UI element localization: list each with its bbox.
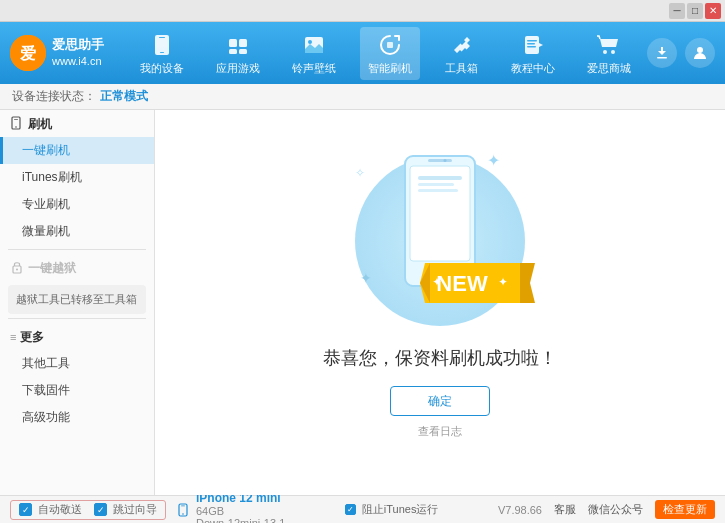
- nav-label-wallpaper: 铃声壁纸: [292, 61, 336, 76]
- more-section-label: 更多: [20, 329, 44, 346]
- bottom-checkboxes: ✓ 自动敬送 ✓ 跳过向导: [10, 500, 166, 520]
- sparkle-3: ✦: [360, 270, 372, 286]
- auto-connect-label: 自动敬送: [38, 502, 82, 517]
- customer-service-link[interactable]: 客服: [554, 502, 576, 517]
- sidebar-item-advanced[interactable]: 高级功能: [0, 404, 154, 431]
- app-nav-icon: [224, 31, 252, 59]
- svg-rect-11: [387, 42, 393, 48]
- svg-point-16: [603, 50, 607, 54]
- wechat-link[interactable]: 微信公众号: [588, 502, 643, 517]
- user-button[interactable]: [685, 38, 715, 68]
- nav-my-device[interactable]: 我的设备: [132, 27, 192, 80]
- nav-store[interactable]: 爱思商城: [579, 27, 639, 80]
- flash-section-icon: [10, 116, 24, 133]
- bottom-right: V7.98.66 客服 微信公众号 检查更新: [498, 500, 715, 519]
- svg-text:爱: 爱: [20, 44, 36, 62]
- nav-tools[interactable]: 工具箱: [437, 27, 487, 80]
- svg-rect-8: [239, 49, 247, 54]
- status-bar: 设备连接状态： 正常模式: [0, 84, 725, 110]
- confirm-button[interactable]: 确定: [390, 386, 490, 416]
- svg-text:NEW: NEW: [436, 271, 488, 296]
- sparkle-2: ✧: [355, 166, 365, 180]
- nav-wallpaper[interactable]: 铃声壁纸: [284, 27, 344, 80]
- content-area: NEW ✦ ✦ ✦ ✧ ✦ 恭喜您，保资料刷机成功啦！ 确定 查看日志: [155, 110, 725, 495]
- sidebar-item-other-tools[interactable]: 其他工具: [0, 350, 154, 377]
- flash-section-label: 刷机: [28, 116, 52, 133]
- sidebar-item-micro-flash[interactable]: 微量刷机: [0, 218, 154, 245]
- sidebar-jailbreak-note: 越狱工具已转移至工具箱: [8, 285, 146, 314]
- svg-rect-12: [525, 36, 539, 54]
- svg-rect-7: [229, 49, 237, 54]
- nav-smart-flash[interactable]: 智能刷机: [360, 27, 420, 80]
- skip-wizard-check-icon: ✓: [94, 503, 107, 516]
- sidebar-item-pro-flash[interactable]: 专业刷机: [0, 191, 154, 218]
- bottom-left: ✓ 自动敬送 ✓ 跳过向导 iPhone 12 mini 64GB Down-1…: [10, 491, 285, 524]
- bottom-bar: ✓ 自动敬送 ✓ 跳过向导 iPhone 12 mini 64GB Down-1…: [0, 495, 725, 523]
- check-update-button[interactable]: 检查更新: [655, 500, 715, 519]
- logo-text: 爱思助手 www.i4.cn: [52, 37, 104, 68]
- history-link[interactable]: 查看日志: [418, 424, 462, 439]
- svg-point-38: [182, 513, 184, 515]
- skip-wizard-checkbox[interactable]: ✓ 跳过向导: [94, 502, 157, 517]
- svg-rect-6: [239, 39, 247, 47]
- sparkle-1: ✦: [487, 151, 500, 170]
- svg-rect-3: [159, 37, 165, 38]
- sidebar-divider-2: [8, 318, 146, 319]
- nav-label-tutorials: 教程中心: [511, 61, 555, 76]
- svg-rect-21: [14, 119, 18, 120]
- sidebar-item-download-firmware[interactable]: 下载固件: [0, 377, 154, 404]
- logo-icon: 爱: [10, 35, 46, 71]
- svg-rect-5: [229, 39, 237, 47]
- more-section-icon: ≡: [10, 331, 16, 343]
- nav-tutorials[interactable]: 教程中心: [503, 27, 563, 80]
- svg-text:✦: ✦: [432, 275, 442, 289]
- itunes-check-icon: ✓: [345, 504, 356, 515]
- nav-label-store: 爱思商城: [587, 61, 631, 76]
- status-label: 设备连接状态：: [12, 88, 96, 105]
- auto-connect-checkbox[interactable]: ✓ 自动敬送: [19, 502, 82, 517]
- svg-rect-31: [428, 159, 452, 162]
- nav-label-apps: 应用游戏: [216, 61, 260, 76]
- svg-rect-26: [410, 166, 470, 261]
- svg-rect-37: [181, 505, 185, 506]
- logo[interactable]: 爱 爱思助手 www.i4.cn: [10, 35, 104, 71]
- phone-nav-icon: [148, 31, 176, 59]
- svg-point-22: [15, 126, 17, 128]
- smart-nav-icon: [376, 31, 404, 59]
- svg-rect-29: [418, 189, 458, 192]
- phone-container: NEW ✦ ✦ ✦ ✧ ✦: [350, 146, 530, 336]
- success-title: 恭喜您，保资料刷机成功啦！: [323, 346, 557, 370]
- sidebar: 刷机 一键刷机 iTunes刷机 专业刷机 微量刷机 一键越狱 越狱工具已转移至…: [0, 110, 155, 495]
- svg-point-19: [697, 47, 703, 53]
- svg-rect-15: [527, 46, 536, 48]
- header-right: [647, 38, 715, 68]
- wallpaper-nav-icon: [300, 31, 328, 59]
- version-text: V7.98.66: [498, 504, 542, 516]
- sidebar-section-more: ≡ 更多: [0, 323, 154, 350]
- sidebar-divider-1: [8, 249, 146, 250]
- svg-point-10: [308, 40, 312, 44]
- auto-connect-check-icon: ✓: [19, 503, 32, 516]
- main-layout: 刷机 一键刷机 iTunes刷机 专业刷机 微量刷机 一键越狱 越狱工具已转移至…: [0, 110, 725, 495]
- svg-rect-18: [657, 57, 667, 59]
- close-button[interactable]: ✕: [705, 3, 721, 19]
- svg-text:✦: ✦: [498, 275, 508, 289]
- nav-apps[interactable]: 应用游戏: [208, 27, 268, 80]
- svg-rect-14: [527, 43, 535, 45]
- svg-rect-27: [418, 176, 462, 180]
- bottom-device: iPhone 12 mini 64GB Down-12mini-13,1: [176, 491, 285, 524]
- nav-label-smart-flash: 智能刷机: [368, 61, 412, 76]
- maximize-button[interactable]: □: [687, 3, 703, 19]
- minimize-button[interactable]: ─: [669, 3, 685, 19]
- download-button[interactable]: [647, 38, 677, 68]
- nav-items: 我的设备 应用游戏 铃声壁纸: [124, 27, 647, 80]
- sidebar-item-itunes-flash[interactable]: iTunes刷机: [0, 164, 154, 191]
- success-illustration: NEW ✦ ✦ ✦ ✧ ✦ 恭喜您，保资料刷机成功啦！ 确定 查看日志: [323, 146, 557, 439]
- jailbreak-section-label: 一键越狱: [28, 260, 76, 277]
- title-bar: ─ □ ✕: [0, 0, 725, 22]
- itunes-status[interactable]: ✓ 阻止iTunes运行: [345, 502, 439, 517]
- sidebar-item-one-key-flash[interactable]: 一键刷机: [0, 137, 154, 164]
- tutorial-nav-icon: [519, 31, 547, 59]
- svg-point-24: [16, 269, 18, 271]
- store-nav-icon: [595, 31, 623, 59]
